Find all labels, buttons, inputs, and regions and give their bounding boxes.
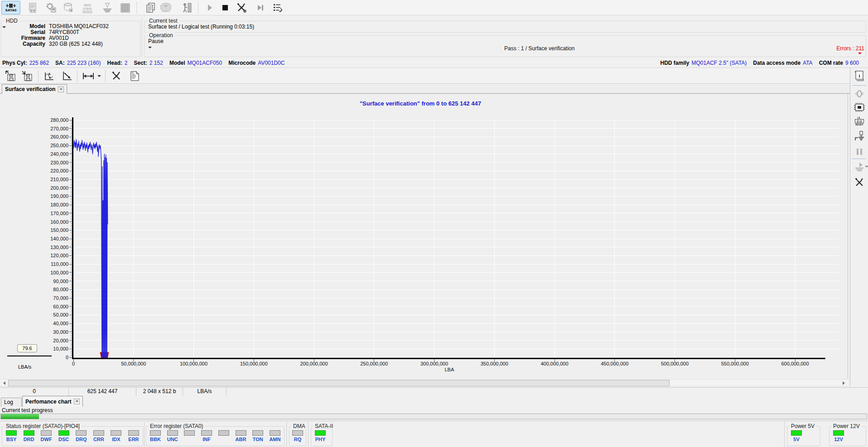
- led-bsy: BSY: [5, 430, 18, 442]
- range-select-button[interactable]: [82, 70, 95, 82]
- svg-text:200,000: 200,000: [50, 185, 68, 191]
- pause-button[interactable]: [854, 146, 865, 158]
- reset-counter-icon: 1 0 0 0 RESET: [854, 115, 865, 127]
- sata0-label: SATA0: [5, 8, 16, 12]
- svg-text:400,000,000: 400,000,000: [540, 361, 568, 366]
- report-icon: [129, 71, 140, 82]
- led-blank: [183, 430, 196, 442]
- reset-counter-button[interactable]: 1 0 0 0 RESET: [854, 115, 865, 127]
- led-dsc: DSC: [57, 430, 71, 442]
- svg-text:280,000: 280,000: [50, 117, 68, 123]
- led-rq: RQ: [292, 430, 304, 442]
- svg-text:550,000,000: 550,000,000: [721, 361, 749, 366]
- error-register-title: Error register (SATA0): [148, 423, 205, 429]
- right-sidebar: i 1 0 0 0 RESET: [850, 68, 868, 386]
- register-strip: Status register (SATA0)-[PIO4]BSYDRDDWFD…: [0, 421, 868, 447]
- chip-button[interactable]: [854, 101, 865, 113]
- script-info-button[interactable]: i: [854, 70, 865, 82]
- svg-text:210,000: 210,000: [50, 177, 68, 182]
- chart-settings-button[interactable]: [110, 70, 123, 82]
- scrollbar-thumb[interactable]: [8, 380, 670, 386]
- sata0-port-button[interactable]: SATA0: [1, 1, 20, 14]
- step-forward-button[interactable]: [254, 2, 267, 14]
- pass-info: Pass : 1 / Surface verification: [504, 45, 574, 52]
- start-queue-dropdown-arrow[interactable]: [865, 166, 868, 168]
- svg-text:250,000: 250,000: [50, 143, 68, 148]
- svg-text:110,000: 110,000: [51, 261, 68, 267]
- task-list-icon: [272, 2, 284, 13]
- statusbar-end-lba: 625 142 447: [69, 388, 136, 396]
- scroll-left-button[interactable]: [1, 380, 7, 386]
- status-pair: Head:2: [107, 60, 127, 66]
- svg-text:10,000: 10,000: [53, 346, 68, 351]
- chart-hscrollbar[interactable]: [0, 379, 848, 386]
- tab-close-button[interactable]: ✕: [58, 87, 64, 92]
- led-ton: TON: [251, 430, 265, 442]
- report-button[interactable]: [128, 70, 141, 82]
- disk-stack-button[interactable]: [159, 2, 173, 14]
- copy-button[interactable]: [144, 2, 158, 14]
- bottom-tabbar: Log Perfomance chart ✕: [0, 396, 868, 407]
- svg-text:RESET: RESET: [855, 123, 863, 126]
- matrix-grid-button[interactable]: [119, 2, 132, 14]
- signal-levels-button[interactable]: [101, 2, 114, 14]
- hdd-resources-button[interactable]: [26, 2, 40, 14]
- errors-dropdown-arrow[interactable]: [858, 53, 862, 54]
- toolbar-separator: [38, 70, 39, 82]
- loopback-icon: [854, 88, 865, 99]
- toolbar-separator: [105, 70, 106, 82]
- database-button[interactable]: [62, 2, 75, 14]
- led-phy: PHY: [313, 430, 327, 442]
- svg-text:9600: 9600: [84, 4, 91, 7]
- current-test-title: Current test: [147, 18, 179, 24]
- toolbar-separator: [136, 2, 137, 14]
- main-toolbar: SATA0: [0, 0, 868, 15]
- led-crr: CRR: [92, 430, 106, 442]
- tab-performance-chart[interactable]: Perfomance chart ✕: [22, 396, 83, 407]
- com-speed-button[interactable]: 9600 57600: [81, 2, 94, 14]
- save-chart-button[interactable]: [4, 70, 17, 82]
- surface-verification-chart-pane[interactable]: "Surface verification" from 0 to 625 142…: [0, 94, 848, 379]
- svg-text:190,000: 190,000: [50, 193, 68, 199]
- test-settings-button[interactable]: [235, 2, 248, 14]
- range-dropdown-arrow[interactable]: [96, 70, 102, 82]
- svg-text:230,000: 230,000: [50, 160, 68, 165]
- sata-connector-icon: [6, 3, 16, 8]
- tab-log[interactable]: Log: [1, 398, 22, 407]
- svg-text:0 0 0: 0 0 0: [857, 120, 863, 123]
- pause-icon: [855, 147, 864, 156]
- tab-surface-verification[interactable]: Surface verification ✕: [2, 84, 67, 94]
- sidebar-separator: [852, 85, 866, 86]
- led-5v: 5V: [790, 430, 803, 442]
- register-divider: [286, 422, 287, 447]
- power-5v-group: Power 5V5V: [787, 426, 820, 446]
- probe-button[interactable]: [854, 130, 865, 142]
- sidebar-tools-button[interactable]: [854, 177, 865, 188]
- tab-close-button[interactable]: ✕: [74, 399, 80, 404]
- start-queue-button[interactable]: [854, 161, 865, 173]
- utility-settings-button[interactable]: [44, 2, 58, 14]
- operation-dropdown-arrow[interactable]: [148, 47, 152, 48]
- play-icon: [205, 3, 214, 12]
- script-info-icon: i: [854, 70, 865, 82]
- load-chart-button[interactable]: [20, 70, 34, 82]
- current-test-progressbar: [0, 413, 867, 419]
- chart-amplitude-icon: A: [43, 71, 55, 82]
- chevron-down-icon: [97, 75, 101, 77]
- stop-button[interactable]: [218, 2, 232, 14]
- register-divider: [308, 422, 309, 447]
- hdd-capacity-value: 320 GB (625 142 448): [49, 41, 103, 47]
- svg-text:50,000,000: 50,000,000: [121, 361, 146, 366]
- chip-icon: [854, 102, 865, 113]
- led-abr: ABR: [234, 430, 248, 442]
- task-list-button[interactable]: [271, 2, 285, 14]
- loopback-button[interactable]: [854, 88, 865, 100]
- tools-icon: [236, 2, 247, 13]
- scroll-right-button[interactable]: [840, 380, 847, 386]
- chart-autoscale-button[interactable]: A: [43, 70, 56, 82]
- run-button[interactable]: [203, 2, 217, 14]
- exit-button[interactable]: [180, 2, 194, 14]
- error-register-group: Error register (SATA0)BBKUNCINFABRTONAMN: [146, 426, 285, 446]
- operation-value: Pause: [148, 38, 164, 44]
- chart-slope-button[interactable]: [61, 70, 74, 82]
